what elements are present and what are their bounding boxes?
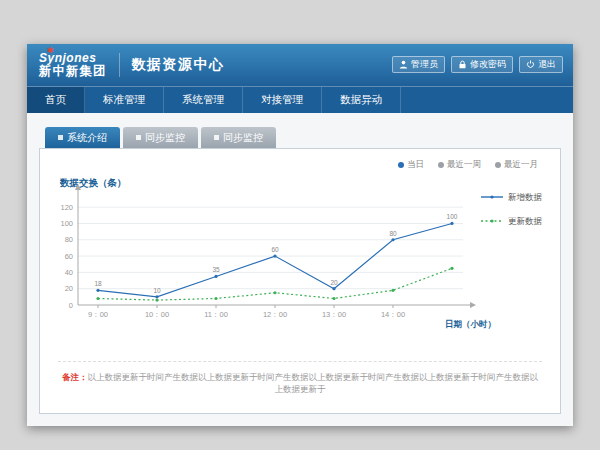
svg-text:14：00: 14：00 xyxy=(381,310,405,319)
nav-item-standard-mgmt[interactable]: 标准管理 xyxy=(85,87,164,113)
logout-label: 退出 xyxy=(538,58,556,71)
tab-sync-monitor-2[interactable]: 同步监控 xyxy=(201,127,276,148)
svg-text:20: 20 xyxy=(65,284,73,293)
time-filter-legend: 当日 最近一周 最近一月 xyxy=(398,159,538,171)
svg-text:0: 0 xyxy=(69,301,73,310)
tab-icon xyxy=(136,135,141,140)
change-password-label: 修改密码 xyxy=(470,58,506,71)
filter-label: 当日 xyxy=(407,159,424,171)
svg-text:13：00: 13：00 xyxy=(322,310,346,319)
change-password-button[interactable]: 修改密码 xyxy=(451,56,513,73)
tab-label: 同步监控 xyxy=(223,131,263,145)
svg-text:60: 60 xyxy=(271,246,279,253)
tab-label: 系统介绍 xyxy=(67,131,107,145)
logo-star-icon: ✱ xyxy=(47,47,54,56)
lock-icon xyxy=(458,60,467,69)
svg-text:更新数据: 更新数据 xyxy=(508,216,543,226)
svg-text:80: 80 xyxy=(389,230,397,237)
svg-text:新增数据: 新增数据 xyxy=(508,192,543,202)
filter-last-week[interactable]: 最近一周 xyxy=(438,159,481,171)
legend-dot-icon xyxy=(495,162,501,168)
admin-user-button[interactable]: 管理员 xyxy=(392,56,445,73)
logo-text-cn: 新中新集团 xyxy=(39,65,107,79)
nav-item-system-mgmt[interactable]: 系统管理 xyxy=(164,87,243,113)
header-actions: 管理员 修改密码 退出 xyxy=(392,56,563,73)
logout-button[interactable]: 退出 xyxy=(519,56,563,73)
header-divider xyxy=(119,53,120,77)
legend-dot-icon xyxy=(438,162,444,168)
svg-text:12：00: 12：00 xyxy=(263,310,287,319)
footnote-label: 备注： xyxy=(62,372,88,382)
filter-label: 最近一周 xyxy=(447,159,481,171)
tab-system-intro[interactable]: 系统介绍 xyxy=(45,127,120,148)
tab-icon xyxy=(214,135,219,140)
svg-text:100: 100 xyxy=(447,213,458,220)
filter-label: 最近一月 xyxy=(504,159,538,171)
svg-text:100: 100 xyxy=(60,219,73,228)
admin-user-label: 管理员 xyxy=(411,58,438,71)
content-area: 系统介绍 同步监控 同步监控 当日 最近一周 xyxy=(27,113,573,426)
tab-bar: 系统介绍 同步监控 同步监控 xyxy=(45,127,561,148)
line-chart: 0204060801001209：0010：0011：0012：0013：001… xyxy=(42,183,562,335)
footnote: 备注：以上数据更新于时间产生数据以上数据更新于时间产生数据以上数据更新于时间产生… xyxy=(58,361,542,396)
header-bar: ✱ Synjones 新中新集团 数据资源中心 管理员 修改密码 xyxy=(27,44,573,86)
nav-item-integration-mgmt[interactable]: 对接管理 xyxy=(243,87,322,113)
svg-text:18: 18 xyxy=(94,280,102,287)
svg-text:40: 40 xyxy=(65,268,73,277)
svg-text:10: 10 xyxy=(153,287,161,294)
filter-today[interactable]: 当日 xyxy=(398,159,424,171)
chart-panel: 当日 最近一周 最近一月 数据交换（条） 0204060801001209：00… xyxy=(39,148,561,414)
svg-text:60: 60 xyxy=(65,252,73,261)
nav-item-home[interactable]: 首页 xyxy=(27,87,85,113)
tab-sync-monitor-1[interactable]: 同步监控 xyxy=(123,127,198,148)
footnote-text: 以上数据更新于时间产生数据以上数据更新于时间产生数据以上数据更新于时间产生数据以… xyxy=(88,372,539,394)
tab-icon xyxy=(58,135,63,140)
app-window: ✱ Synjones 新中新集团 数据资源中心 管理员 修改密码 xyxy=(27,44,573,426)
svg-text:9：00: 9：00 xyxy=(88,310,108,319)
svg-text:35: 35 xyxy=(212,266,220,273)
page-title: 数据资源中心 xyxy=(132,56,225,74)
tab-label: 同步监控 xyxy=(145,131,185,145)
user-icon xyxy=(399,60,408,69)
svg-text:日期（小时）: 日期（小时） xyxy=(445,319,496,329)
svg-text:11：00: 11：00 xyxy=(204,310,228,319)
legend-dot-icon xyxy=(398,162,404,168)
svg-text:10：00: 10：00 xyxy=(145,310,169,319)
svg-text:120: 120 xyxy=(60,203,73,212)
filter-last-month[interactable]: 最近一月 xyxy=(495,159,538,171)
power-icon xyxy=(526,60,535,69)
svg-text:20: 20 xyxy=(330,279,338,286)
svg-text:80: 80 xyxy=(65,235,73,244)
nav-item-data-change[interactable]: 数据异动 xyxy=(322,87,401,113)
logo: ✱ Synjones 新中新集团 xyxy=(39,52,107,79)
main-nav: 首页 标准管理 系统管理 对接管理 数据异动 xyxy=(27,86,573,113)
